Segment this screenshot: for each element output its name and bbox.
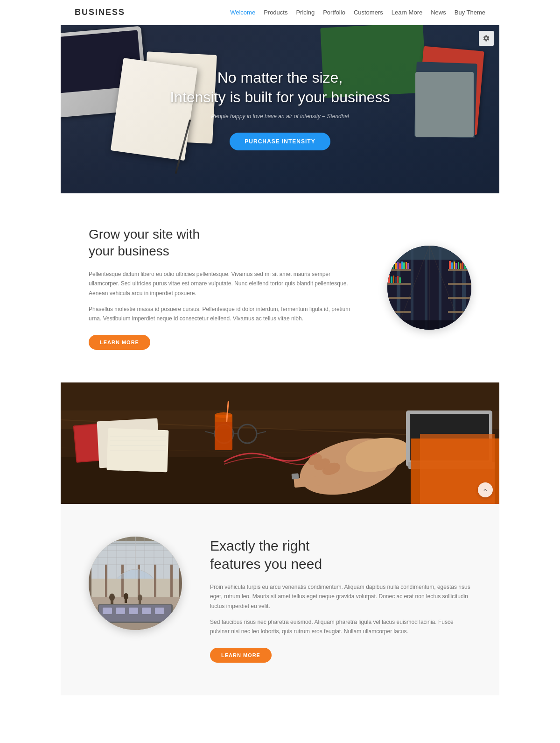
grow-para-2: Phasellus molestie massa id posuere curs… xyxy=(89,304,359,324)
section-features: Exactly the right features you need Proi… xyxy=(61,504,499,695)
svg-rect-24 xyxy=(406,262,407,269)
header: BUSINESS Welcome Products Pricing Portfo… xyxy=(61,0,499,25)
svg-rect-54 xyxy=(74,424,101,461)
hero-title: No matter the size, Intensity is built f… xyxy=(170,68,390,107)
svg-rect-76 xyxy=(292,473,299,479)
settings-button[interactable] xyxy=(479,31,494,46)
svg-rect-34 xyxy=(454,262,455,269)
nav-portfolio[interactable]: Portfolio xyxy=(323,9,345,16)
svg-rect-25 xyxy=(407,263,409,269)
svg-rect-38 xyxy=(462,262,463,269)
svg-rect-41 xyxy=(468,263,470,269)
logo: BUSINESS xyxy=(75,7,125,17)
features-para-1: Proin vehicula turpis eu arcu venenatis … xyxy=(210,582,471,611)
svg-rect-35 xyxy=(455,263,457,269)
nav-products[interactable]: Products xyxy=(264,9,287,16)
svg-rect-33 xyxy=(451,262,453,269)
svg-rect-114 xyxy=(142,608,151,614)
svg-rect-32 xyxy=(449,261,451,269)
svg-rect-8 xyxy=(387,269,411,271)
svg-rect-5 xyxy=(439,246,441,330)
svg-rect-111 xyxy=(103,608,112,614)
grow-heading: Grow your site with your business xyxy=(89,226,359,260)
svg-rect-121 xyxy=(139,598,141,604)
svg-rect-47 xyxy=(61,382,499,410)
hero-section: No matter the size, Intensity is built f… xyxy=(61,25,499,193)
svg-rect-27 xyxy=(391,276,392,283)
svg-rect-2 xyxy=(397,246,400,330)
svg-rect-31 xyxy=(399,277,401,283)
hero-book-3 xyxy=(415,72,474,137)
nav-customers[interactable]: Customers xyxy=(354,9,383,16)
purchase-button[interactable]: PURCHASE INTENSITY xyxy=(230,133,330,150)
station-svg xyxy=(89,537,182,630)
svg-rect-26 xyxy=(388,275,390,283)
svg-rect-23 xyxy=(403,262,405,269)
svg-rect-22 xyxy=(401,262,403,269)
svg-rect-7 xyxy=(462,246,466,330)
features-text-block: Exactly the right features you need Proi… xyxy=(210,537,471,663)
grow-learn-more-button[interactable]: LEARN MORE xyxy=(89,335,150,350)
svg-rect-36 xyxy=(458,262,459,269)
svg-rect-4 xyxy=(425,246,427,330)
station-image xyxy=(89,537,182,630)
chevron-up-icon xyxy=(482,487,489,493)
svg-rect-11 xyxy=(387,311,411,313)
svg-rect-30 xyxy=(397,276,399,283)
library-svg xyxy=(387,246,471,330)
svg-rect-39 xyxy=(464,262,466,269)
scroll-up-button[interactable] xyxy=(478,482,493,497)
svg-rect-16 xyxy=(388,261,390,269)
svg-rect-17 xyxy=(391,262,392,269)
svg-rect-40 xyxy=(466,262,468,269)
svg-point-68 xyxy=(215,412,232,418)
section-grow: Grow your site with your business Pellen… xyxy=(61,193,499,382)
features-circle-image xyxy=(89,537,182,630)
svg-rect-14 xyxy=(448,297,471,299)
nav-news[interactable]: News xyxy=(431,9,446,16)
svg-rect-19 xyxy=(395,263,397,269)
grow-circle-image xyxy=(387,246,471,330)
svg-rect-18 xyxy=(393,262,394,269)
svg-rect-20 xyxy=(397,262,399,269)
svg-rect-115 xyxy=(155,608,164,614)
nav-learn-more[interactable]: Learn More xyxy=(392,9,422,16)
hero-content: No matter the size, Intensity is built f… xyxy=(170,68,390,150)
svg-rect-37 xyxy=(460,263,462,269)
gear-icon xyxy=(483,35,490,42)
main-nav: Welcome Products Pricing Portfolio Custo… xyxy=(230,9,485,16)
svg-rect-13 xyxy=(448,283,471,285)
svg-rect-9 xyxy=(387,283,411,285)
grow-text-block: Grow your site with your business Pellen… xyxy=(89,226,359,350)
svg-rect-112 xyxy=(116,608,125,614)
nav-pricing[interactable]: Pricing xyxy=(296,9,315,16)
svg-rect-119 xyxy=(125,596,127,603)
parallax-section xyxy=(61,382,499,504)
svg-rect-113 xyxy=(129,608,138,614)
svg-rect-21 xyxy=(399,263,401,269)
desk-scene-svg xyxy=(61,382,499,504)
svg-rect-117 xyxy=(111,597,113,604)
desk-scene-bg xyxy=(61,382,499,504)
features-heading: Exactly the right features you need xyxy=(210,537,471,573)
svg-rect-10 xyxy=(387,297,411,299)
svg-rect-29 xyxy=(395,277,397,283)
library-image xyxy=(387,246,471,330)
svg-rect-12 xyxy=(448,269,471,271)
nav-welcome[interactable]: Welcome xyxy=(230,9,255,16)
svg-rect-45 xyxy=(387,320,471,330)
features-learn-more-button[interactable]: LEARN MORE xyxy=(210,648,272,663)
svg-rect-15 xyxy=(448,311,471,313)
hero-subtitle: People happy in love have an air of inte… xyxy=(170,113,390,120)
features-para-2: Sed faucibus risus nec pharetra euismod.… xyxy=(210,617,471,637)
grow-para-1: Pellentesque dictum libero eu odio ultri… xyxy=(89,269,359,298)
nav-buy-theme[interactable]: Buy Theme xyxy=(455,9,485,16)
svg-rect-28 xyxy=(393,276,394,283)
svg-rect-6 xyxy=(453,246,455,330)
